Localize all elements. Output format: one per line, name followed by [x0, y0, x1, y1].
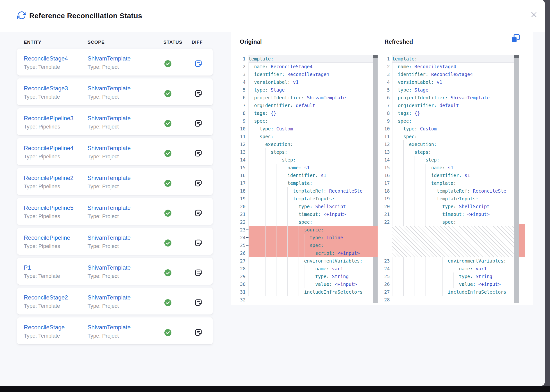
- close-icon[interactable]: [528, 9, 540, 20]
- entity-type-label: Type: Pipelines: [24, 243, 88, 249]
- code-line: 21timeout: <+input>: [378, 210, 533, 218]
- code-line: 9spec:: [378, 117, 533, 125]
- entity-link[interactable]: ReconcilePipeline2: [24, 175, 73, 181]
- diff-note-icon[interactable]: [194, 89, 203, 98]
- line-number: 8: [231, 109, 248, 117]
- scope-type-label: Type: Project: [88, 213, 163, 220]
- entity-cell: ReconcileStage4Type: Template: [17, 49, 88, 76]
- line-number: 8: [378, 109, 392, 117]
- entity-type-label: Type: Template: [24, 303, 88, 309]
- entity-type-label: Type: Pipelines: [24, 153, 88, 160]
- diff-cell: [192, 168, 213, 195]
- scope-link[interactable]: ShivamTemplate: [88, 55, 131, 62]
- diff-cell: [192, 288, 213, 315]
- code-line: 18templateRef: ReconcileSte: [231, 187, 378, 195]
- diff-note-icon[interactable]: [194, 179, 203, 187]
- entity-link[interactable]: ReconcilePipeline5: [24, 205, 73, 211]
- diff-removed-marker: [519, 224, 525, 257]
- code-line: 13steps:: [231, 148, 378, 156]
- scope-link[interactable]: ShivamTemplate: [88, 264, 131, 271]
- code-line: 14- step:: [231, 156, 378, 164]
- code-line: 4versionLabel: v1: [378, 78, 533, 86]
- diff-note-icon[interactable]: [194, 328, 203, 337]
- diff-note-icon[interactable]: [194, 149, 203, 157]
- status-cell: [163, 317, 192, 344]
- code-line: 14- step:: [378, 156, 533, 164]
- status-cell: [163, 49, 192, 76]
- diff-cell: [192, 138, 213, 165]
- line-number: 26: [378, 280, 392, 288]
- diff-gap-placeholder: [378, 226, 533, 257]
- entity-cell: ReconcileStageType: Template: [17, 317, 88, 344]
- code-line: 2name: ReconcileStage4: [378, 63, 533, 70]
- code-line: 27includeInfraSelectors: [378, 288, 533, 296]
- line-number: 14: [231, 156, 248, 164]
- scope-link[interactable]: ShivamTemplate: [88, 175, 131, 181]
- status-success-icon: [164, 269, 172, 277]
- diff-note-icon[interactable]: [194, 269, 203, 277]
- entity-link[interactable]: ReconcilePipeline4: [24, 145, 73, 152]
- code-line: 30value: <+input>: [231, 280, 378, 288]
- line-number: 29: [231, 273, 248, 280]
- diff-cell: [192, 258, 213, 285]
- entity-cell: ReconcilePipeline3Type: Pipelines: [17, 108, 88, 135]
- line-number: 11: [231, 133, 248, 140]
- entity-link[interactable]: ReconcileStage: [24, 324, 65, 331]
- status-success-icon: [164, 60, 172, 68]
- code-line: 25spec:: [231, 241, 378, 249]
- scope-link[interactable]: ShivamTemplate: [88, 115, 131, 122]
- scrollbar[interactable]: [514, 55, 519, 303]
- entity-link[interactable]: ReconcileStage3: [24, 85, 68, 92]
- line-number: 9: [231, 117, 248, 125]
- diff-note-icon[interactable]: [194, 209, 203, 217]
- code-line: 19templateInputs:: [378, 195, 533, 203]
- scrollbar[interactable]: [373, 55, 378, 303]
- entity-link[interactable]: P1: [24, 264, 31, 271]
- code-line: 5type: Stage: [378, 86, 533, 94]
- line-number: 6: [231, 94, 248, 102]
- code-line: 8tags: {}: [231, 109, 378, 117]
- entity-link[interactable]: ReconcilePipeline: [24, 234, 70, 241]
- diff-note-icon[interactable]: [194, 298, 203, 307]
- entity-link[interactable]: ReconcilePipeline3: [24, 115, 73, 122]
- scope-cell: ShivamTemplateType: Project: [88, 317, 163, 344]
- code-line: 27environmentVariables:: [231, 257, 378, 265]
- line-number: 6: [378, 94, 392, 102]
- diff-note-icon[interactable]: [194, 239, 203, 247]
- entity-type-label: Type: Template: [24, 273, 88, 279]
- diff-note-icon[interactable]: [194, 60, 203, 68]
- line-number: 2: [378, 63, 392, 70]
- line-number: 18: [231, 187, 248, 195]
- line-number: 22: [378, 218, 392, 226]
- entity-link[interactable]: ReconcileStage4: [24, 55, 68, 62]
- diff-note-icon[interactable]: [194, 119, 203, 128]
- scope-link[interactable]: ShivamTemplate: [88, 145, 131, 152]
- code-line: 17template:: [231, 179, 378, 187]
- scope-cell: ShivamTemplateType: Project: [88, 168, 163, 195]
- scope-link[interactable]: ShivamTemplate: [88, 324, 131, 331]
- entity-link[interactable]: ReconcileStage2: [24, 294, 68, 301]
- code-line: 3identifier: ReconcileStage4: [378, 70, 533, 78]
- code-line: 6projectIdentifier: ShivamTemplate: [378, 94, 533, 102]
- line-number: 4: [231, 78, 248, 86]
- scope-link[interactable]: ShivamTemplate: [88, 205, 131, 211]
- line-number: 24: [378, 265, 392, 273]
- table-row: ReconcilePipeline5Type: PipelinesShivamT…: [17, 198, 213, 225]
- scrollbar-cursor-marker: [373, 55, 378, 58]
- status-cell: [163, 108, 192, 135]
- code-line: 21timeout: <+input>: [231, 210, 378, 218]
- line-number: 10: [378, 125, 392, 133]
- scope-type-label: Type: Project: [88, 64, 163, 70]
- line-number: 30: [231, 280, 248, 288]
- scope-link[interactable]: ShivamTemplate: [88, 85, 131, 92]
- line-number: 9: [378, 117, 392, 125]
- code-line: 17template:: [378, 179, 533, 187]
- scope-link[interactable]: ShivamTemplate: [88, 294, 131, 301]
- table-row: ReconcilePipeline4Type: PipelinesShivamT…: [17, 138, 213, 165]
- table-header-row: ENTITY SCOPE STATUS DIFF: [17, 32, 213, 49]
- code-line: 26script: <+input>: [231, 249, 378, 257]
- scope-link[interactable]: ShivamTemplate: [88, 234, 131, 241]
- line-number: 26: [231, 249, 248, 257]
- copy-icon[interactable]: [511, 34, 520, 43]
- code-line: 16identifier: s1: [378, 171, 533, 179]
